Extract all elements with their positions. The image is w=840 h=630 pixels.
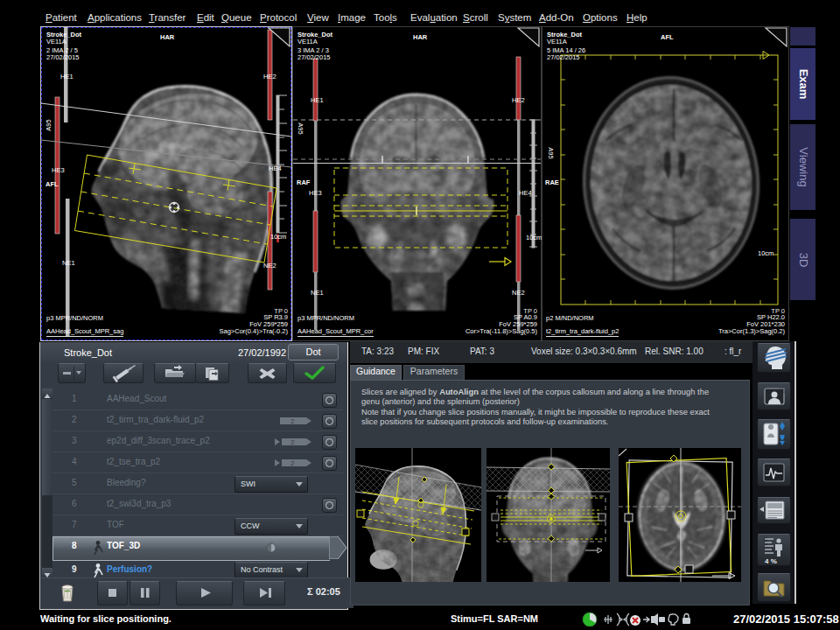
svg-text:2: 2: [290, 417, 295, 425]
svg-text:2: 2: [290, 438, 295, 446]
svg-text:4 %: 4 %: [765, 557, 777, 565]
svg-text:2: 2: [290, 459, 295, 467]
